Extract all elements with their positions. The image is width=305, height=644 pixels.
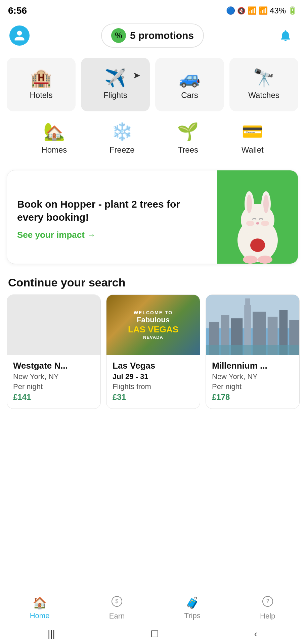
category-cars[interactable]: 🚙 Cars bbox=[155, 58, 224, 111]
vegas-name: Las Vegas bbox=[113, 361, 194, 371]
millennium-name: Millennium ... bbox=[212, 361, 293, 371]
bell-icon bbox=[279, 29, 292, 42]
android-home-btn[interactable]: ☐ bbox=[150, 629, 159, 640]
help-nav-label: Help bbox=[260, 612, 275, 621]
westgate-image bbox=[7, 295, 100, 355]
nyc-skyline-svg bbox=[206, 295, 299, 355]
svg-rect-20 bbox=[245, 299, 250, 307]
notification-bell[interactable] bbox=[275, 25, 296, 46]
avatar[interactable] bbox=[9, 25, 30, 46]
westgate-price: £141 bbox=[13, 392, 94, 402]
search-cards-container: Westgate N... New York, NY Per night £14… bbox=[0, 294, 305, 409]
svg-point-8 bbox=[261, 221, 269, 226]
promo-icon: % bbox=[115, 31, 122, 40]
homes-icon: 🏡 bbox=[43, 121, 65, 142]
category-wallet[interactable]: 💳 Wallet bbox=[235, 118, 270, 158]
nav-home[interactable]: 🏠 Home bbox=[30, 596, 50, 620]
category-trees[interactable]: 🌱 Trees bbox=[170, 118, 206, 158]
search-card-millennium[interactable]: Millennium ... New York, NY Per night £1… bbox=[206, 294, 300, 409]
trips-nav-label: Trips bbox=[184, 611, 201, 620]
android-back-btn[interactable]: ||| bbox=[48, 629, 55, 639]
category-freeze[interactable]: ❄️ Freeze bbox=[103, 118, 141, 158]
battery-icon: 🔋 bbox=[288, 6, 297, 15]
hotels-label: Hotels bbox=[30, 91, 52, 100]
earn-icon-svg: $ bbox=[111, 596, 123, 607]
svg-point-3 bbox=[247, 195, 252, 213]
vegas-price: £31 bbox=[113, 392, 194, 402]
wifi-icon: 📶 bbox=[248, 6, 257, 15]
promo-badge: % bbox=[111, 28, 126, 43]
promotions-pill[interactable]: % 5 promotions bbox=[101, 23, 204, 48]
banner-link[interactable]: See your impact → bbox=[17, 230, 207, 240]
status-icons: 🔵 🔇 📶 📶 43% 🔋 bbox=[226, 6, 297, 15]
svg-point-13 bbox=[258, 256, 272, 264]
svg-point-5 bbox=[263, 195, 269, 213]
westgate-name: Westgate N... bbox=[13, 361, 94, 371]
millennium-info: Millennium ... New York, NY Per night £1… bbox=[206, 355, 299, 409]
promotions-label: 5 promotions bbox=[130, 30, 194, 41]
banner-image bbox=[217, 170, 298, 264]
categories-row-2: 🏡 Homes ❄️ Freeze 🌱 Trees 💳 Wallet bbox=[0, 111, 305, 158]
westgate-location: New York, NY bbox=[13, 372, 94, 381]
vegas-desc: Flights from bbox=[113, 382, 194, 391]
status-time: 6:56 bbox=[8, 5, 27, 16]
trees-label: Trees bbox=[178, 145, 198, 155]
svg-text:?: ? bbox=[266, 598, 269, 604]
svg-point-12 bbox=[243, 256, 258, 264]
homes-label: Homes bbox=[41, 145, 67, 155]
help-icon-svg: ? bbox=[262, 596, 273, 607]
westgate-info: Westgate N... New York, NY Per night £14… bbox=[7, 355, 100, 409]
categories-row-1: 🏨 Hotels ✈️ Flights ➤ 🚙 Cars 🔭 Watches bbox=[0, 54, 305, 111]
svg-text:$: $ bbox=[116, 598, 119, 604]
svg-point-11 bbox=[250, 238, 265, 252]
svg-point-6 bbox=[256, 222, 259, 225]
home-nav-label: Home bbox=[30, 611, 50, 620]
person-icon bbox=[13, 30, 26, 42]
android-navbar: ||| ☐ ‹ bbox=[0, 624, 305, 644]
vegas-image: WELCOME TO Fabulous LAS VEGAS NEVADA bbox=[106, 295, 200, 355]
hotels-icon: 🏨 bbox=[30, 69, 52, 87]
nav-help[interactable]: ? Help bbox=[260, 596, 275, 621]
category-flights[interactable]: ✈️ Flights ➤ bbox=[81, 58, 150, 111]
nyc-image bbox=[206, 295, 299, 355]
svg-point-7 bbox=[246, 221, 254, 226]
banner-text-area: Book on Hopper - plant 2 trees for every… bbox=[7, 170, 217, 264]
trees-icon: 🌱 bbox=[177, 121, 199, 142]
mute-icon: 🔇 bbox=[237, 7, 246, 15]
millennium-location: New York, NY bbox=[212, 372, 293, 381]
wallet-icon: 💳 bbox=[242, 121, 263, 142]
bluetooth-icon: 🔵 bbox=[226, 6, 235, 15]
help-nav-icon: ? bbox=[262, 596, 273, 610]
trees-banner[interactable]: Book on Hopper - plant 2 trees for every… bbox=[7, 170, 298, 264]
millennium-desc: Per night bbox=[212, 382, 293, 391]
flights-label: Flights bbox=[103, 91, 127, 100]
search-card-lasvegas[interactable]: WELCOME TO Fabulous LAS VEGAS NEVADA Las… bbox=[106, 294, 200, 409]
nav-earn[interactable]: $ Earn bbox=[109, 596, 125, 621]
battery-text: 43% bbox=[270, 6, 286, 15]
bottom-navigation: 🏠 Home $ Earn 🧳 Trips ? Help bbox=[0, 590, 305, 624]
signal-icon: 📶 bbox=[259, 6, 268, 15]
millennium-price: £178 bbox=[212, 392, 293, 402]
android-recents-btn[interactable]: ‹ bbox=[254, 629, 257, 639]
category-hotels[interactable]: 🏨 Hotels bbox=[7, 58, 76, 111]
trips-nav-icon: 🧳 bbox=[185, 596, 200, 609]
watches-icon: 🔭 bbox=[253, 69, 275, 87]
svg-rect-25 bbox=[206, 345, 299, 355]
freeze-icon: ❄️ bbox=[111, 121, 133, 142]
banner-title: Book on Hopper - plant 2 trees for every… bbox=[17, 198, 207, 224]
westgate-desc: Per night bbox=[13, 382, 94, 391]
vegas-info: Las Vegas Jul 29 - 31 Flights from £31 bbox=[106, 355, 200, 409]
nav-trips[interactable]: 🧳 Trips bbox=[184, 596, 201, 620]
earn-nav-label: Earn bbox=[109, 612, 125, 621]
status-bar: 6:56 🔵 🔇 📶 📶 43% 🔋 bbox=[0, 0, 305, 20]
category-watches[interactable]: 🔭 Watches bbox=[229, 58, 298, 111]
home-nav-icon: 🏠 bbox=[33, 596, 47, 609]
cars-icon: 🚙 bbox=[179, 69, 201, 87]
category-homes[interactable]: 🏡 Homes bbox=[35, 118, 74, 158]
freeze-label: Freeze bbox=[110, 145, 135, 155]
wallet-label: Wallet bbox=[242, 145, 264, 155]
search-card-westgate[interactable]: Westgate N... New York, NY Per night £14… bbox=[7, 294, 101, 409]
watches-label: Watches bbox=[248, 91, 279, 100]
continue-search-title: Continue your search bbox=[0, 264, 305, 294]
earn-nav-icon: $ bbox=[111, 596, 123, 610]
